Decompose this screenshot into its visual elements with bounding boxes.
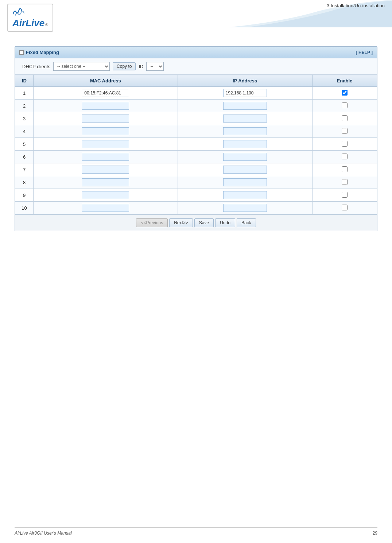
help-link[interactable]: [ HELP ] xyxy=(356,50,373,55)
page-header: Air Live ® 3.Installation/Un-installatio… xyxy=(0,0,392,32)
page-footer: AirLive Air3GII User's Manual 29 xyxy=(15,527,377,536)
logo-box: Air Live ® xyxy=(7,4,53,32)
previous-button[interactable]: <<Previous xyxy=(136,218,168,227)
table-row: 6 xyxy=(15,151,377,163)
fixed-mapping-panel: Fixed Mapping [ HELP ] DHCP clients -- s… xyxy=(15,46,377,231)
ip-input-1[interactable] xyxy=(223,89,267,97)
cell-ip-6 xyxy=(178,151,312,163)
table-row: 7 xyxy=(15,163,377,176)
cell-id-7: 7 xyxy=(15,163,34,176)
cell-id-8: 8 xyxy=(15,176,34,189)
cell-ip-7 xyxy=(178,163,312,176)
cell-mac-1 xyxy=(34,87,178,100)
enable-checkbox-2[interactable] xyxy=(342,102,348,108)
id-label: ID xyxy=(139,64,143,69)
cell-ip-4 xyxy=(178,125,312,138)
cell-ip-8 xyxy=(178,176,312,189)
cell-mac-9 xyxy=(34,189,178,202)
ip-input-3[interactable] xyxy=(223,115,267,123)
next-button[interactable]: Next>> xyxy=(169,218,193,227)
mac-input-3[interactable] xyxy=(82,115,129,123)
logo-registered: ® xyxy=(45,23,48,27)
cell-enable-6 xyxy=(312,151,377,163)
copy-to-button[interactable]: Copy to xyxy=(113,62,136,70)
table-row: 8 xyxy=(15,176,377,189)
enable-checkbox-3[interactable] xyxy=(342,115,348,121)
undo-button[interactable]: Undo xyxy=(215,218,235,227)
table-row: 1 xyxy=(15,87,377,100)
logo-air: Air xyxy=(12,18,26,29)
ip-input-4[interactable] xyxy=(223,127,267,135)
col-header-ip: IP Address xyxy=(178,75,312,87)
mac-input-6[interactable] xyxy=(82,153,129,161)
cell-enable-5 xyxy=(312,138,377,151)
cell-mac-10 xyxy=(34,202,178,214)
col-header-enable: Enable xyxy=(312,75,377,87)
cell-enable-10 xyxy=(312,202,377,214)
cell-id-4: 4 xyxy=(15,125,34,138)
mac-input-9[interactable] xyxy=(82,191,129,199)
enable-checkbox-1[interactable] xyxy=(342,90,348,96)
mac-input-2[interactable] xyxy=(82,102,129,110)
cell-ip-5 xyxy=(178,138,312,151)
cell-ip-10 xyxy=(178,202,312,214)
ip-input-9[interactable] xyxy=(223,191,267,199)
mac-input-4[interactable] xyxy=(82,127,129,135)
cell-enable-7 xyxy=(312,163,377,176)
ip-input-5[interactable] xyxy=(223,140,267,148)
page-number: 29 xyxy=(373,531,377,536)
cell-mac-5 xyxy=(34,138,178,151)
cell-id-6: 6 xyxy=(15,151,34,163)
enable-checkbox-6[interactable] xyxy=(342,154,348,159)
mac-input-7[interactable] xyxy=(82,166,129,174)
cell-ip-2 xyxy=(178,100,312,112)
enable-checkbox-10[interactable] xyxy=(342,205,348,210)
panel-title: Fixed Mapping xyxy=(19,50,59,55)
panel-header: Fixed Mapping [ HELP ] xyxy=(15,47,377,58)
cell-id-2: 2 xyxy=(15,100,34,112)
logo-live: Live xyxy=(26,18,44,29)
ip-input-7[interactable] xyxy=(223,166,267,174)
mac-input-8[interactable] xyxy=(82,178,129,186)
table-row: 4 xyxy=(15,125,377,138)
mac-input-10[interactable] xyxy=(82,204,129,212)
table-row: 10 xyxy=(15,202,377,214)
ip-input-8[interactable] xyxy=(223,178,267,186)
table-row: 2 xyxy=(15,100,377,112)
cell-enable-3 xyxy=(312,112,377,125)
cell-enable-1 xyxy=(312,87,377,100)
col-header-mac: MAC Address xyxy=(34,75,178,87)
table-header-row: ID MAC Address IP Address Enable xyxy=(15,75,377,87)
dhcp-clients-select[interactable]: -- select one -- xyxy=(53,62,110,71)
cell-mac-6 xyxy=(34,151,178,163)
enable-checkbox-8[interactable] xyxy=(342,179,348,185)
dhcp-clients-label: DHCP clients xyxy=(22,64,50,69)
table-row: 5 xyxy=(15,138,377,151)
mac-input-5[interactable] xyxy=(82,140,129,148)
cell-enable-4 xyxy=(312,125,377,138)
cell-ip-1 xyxy=(178,87,312,100)
main-content: Fixed Mapping [ HELP ] DHCP clients -- s… xyxy=(0,32,392,238)
ip-input-6[interactable] xyxy=(223,153,267,161)
ip-input-10[interactable] xyxy=(223,204,267,212)
table-row: 3 xyxy=(15,112,377,125)
cell-id-1: 1 xyxy=(15,87,34,100)
save-button[interactable]: Save xyxy=(194,218,214,227)
back-button[interactable]: Back xyxy=(237,218,256,227)
cell-id-3: 3 xyxy=(15,112,34,125)
id-select[interactable]: -- 1 2 3 4 5 6 7 8 9 10 xyxy=(146,62,164,71)
ip-input-2[interactable] xyxy=(223,102,267,110)
enable-checkbox-5[interactable] xyxy=(342,141,348,147)
enable-checkbox-4[interactable] xyxy=(342,128,348,134)
enable-checkbox-9[interactable] xyxy=(342,192,348,198)
cell-ip-9 xyxy=(178,189,312,202)
mac-input-1[interactable] xyxy=(82,89,129,97)
cell-mac-2 xyxy=(34,100,178,112)
cell-id-5: 5 xyxy=(15,138,34,151)
cell-mac-4 xyxy=(34,125,178,138)
cell-mac-7 xyxy=(34,163,178,176)
enable-checkbox-7[interactable] xyxy=(342,166,348,172)
cell-ip-3 xyxy=(178,112,312,125)
panel-title-text: Fixed Mapping xyxy=(26,50,59,55)
cell-id-9: 9 xyxy=(15,189,34,202)
